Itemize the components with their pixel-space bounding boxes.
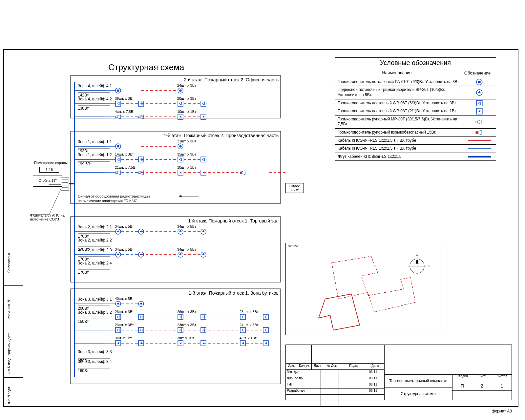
- svg-rect-49: [116, 116, 117, 117]
- svg-point-66: [117, 145, 119, 147]
- svg-text:3шт. х 1Вт: 3шт. х 1Вт: [115, 336, 132, 340]
- svg-text:170Вт: 170Вт: [78, 270, 89, 275]
- svg-text:10шт. х 1Вт: 10шт. х 1Вт: [177, 110, 196, 114]
- svg-text:Зона 3, шлейф 3.2: Зона 3, шлейф 3.2: [78, 310, 112, 315]
- svg-text:26шт. х 3Вт: 26шт. х 3Вт: [115, 310, 134, 314]
- svg-text:4шт. х 1Вт: 4шт. х 1Вт: [240, 336, 257, 340]
- svg-rect-172: [178, 327, 183, 333]
- svg-text:23шт. х 3Вт: 23шт. х 3Вт: [115, 323, 134, 327]
- tb-role: Дир. по пр.: [286, 376, 321, 382]
- guard-room-label: Помещение охраны: [30, 161, 72, 165]
- svg-rect-76: [116, 157, 121, 162]
- svg-rect-83: [201, 157, 206, 162]
- svg-rect-81: [178, 157, 183, 162]
- total-sheets: 1: [492, 381, 512, 390]
- rack-label: Стойка 19": [33, 176, 62, 187]
- svg-rect-161: [240, 314, 245, 320]
- svg-text:21шт. х 3Вт: 21шт. х 3Вт: [177, 139, 196, 143]
- svg-text:Сигнал от оборудования радиотр: Сигнал от оборудования радиотрансляции: [78, 194, 150, 198]
- minimap-label: СХЕМА: [288, 244, 298, 248]
- silo-label: Силос: [286, 184, 303, 188]
- svg-text:2-й этаж. Пожарный отсек 2. Оф: 2-й этаж. Пожарный отсек 2. Офисная част…: [184, 77, 279, 82]
- svg-text:3шт. х 1Вт: 3шт. х 1Вт: [177, 336, 194, 340]
- svg-text:Зона 2, шлейф 2.2: Зона 2, шлейф 2.2: [78, 238, 112, 242]
- svg-text:10шт. х 1Вт: 10шт. х 1Вт: [177, 165, 196, 169]
- silo-power: 15Вт: [286, 188, 303, 192]
- minimap-svg: С В: [286, 243, 440, 335]
- svg-text:34шт. х 5Вт: 34шт. х 5Вт: [177, 247, 196, 251]
- svg-rect-167: [116, 327, 121, 333]
- svg-text:Зона 1, шлейф 1.2: Зона 1, шлейф 1.2: [78, 153, 112, 157]
- svg-text:на включение оповещения ГО и Ч: на включение оповещения ГО и ЧС: [78, 199, 137, 203]
- tb-date: 06.11: [364, 388, 382, 394]
- svg-rect-43: [178, 101, 183, 106]
- svg-rect-89: [138, 172, 140, 173]
- svg-text:34шт. х 5Вт: 34шт. х 5Вт: [177, 224, 196, 228]
- svg-text:Зона 2, шлейф 2.1: Зона 2, шлейф 2.1: [78, 225, 112, 229]
- svg-text:С: С: [416, 253, 418, 256]
- project-name: Торгово-выставочный комплекс: [384, 374, 452, 388]
- svg-rect-156: [178, 314, 183, 320]
- svg-text:24шт. х 3Вт: 24шт. х 3Вт: [240, 323, 259, 327]
- svg-text:Зона 4, шлейф 4.2: Зона 4, шлейф 4.2: [78, 97, 112, 101]
- guard-range: 1-18: [39, 167, 59, 173]
- svg-text:Зона 2, шлейф 2.3: Зона 2, шлейф 2.3: [78, 248, 112, 252]
- svg-text:Зона 3, шлейф 3.4: Зона 3, шлейф 3.4: [78, 359, 112, 364]
- tb-col: Дата: [366, 364, 384, 369]
- svg-rect-45: [201, 101, 206, 106]
- svg-text:Зона 3, шлейф 3.1: Зона 3, шлейф 3.1: [78, 297, 112, 302]
- svg-text:150Вт: 150Вт: [78, 319, 89, 324]
- tb-date: 06.11: [364, 376, 382, 382]
- aps-note: 4 сигнала от АПС на включение СОУЗ: [30, 213, 70, 221]
- svg-text:26шт. х 3Вт: 26шт. х 3Вт: [177, 310, 196, 314]
- svg-text:21шт. х 7,5Вт: 21шт. х 7,5Вт: [115, 165, 137, 169]
- tb-role: Разработал: [286, 388, 321, 394]
- tb-role: Ген. дир.: [286, 370, 321, 376]
- svg-rect-151: [116, 314, 121, 320]
- svg-rect-163: [263, 314, 268, 320]
- svg-text:Зона 1, шлейф 1.1: Зона 1, шлейф 1.1: [78, 139, 112, 144]
- tb-col: Изм.: [286, 364, 297, 369]
- tb-role: ГИП: [286, 382, 321, 388]
- svg-text:199,5Вт: 199,5Вт: [78, 162, 92, 166]
- tb-col: № Док.: [323, 364, 341, 369]
- svg-text:23шт. х 3Вт: 23шт. х 3Вт: [177, 323, 196, 327]
- svg-line-16: [49, 189, 61, 215]
- svg-rect-177: [240, 327, 245, 333]
- svg-text:40шт. х 5Вт: 40шт. х 5Вт: [115, 297, 134, 301]
- svg-text:Зона 2, шлейф 2.4: Зона 2, шлейф 2.4: [78, 261, 112, 265]
- svg-text:34шт. х 5Вт: 34шт. х 5Вт: [115, 247, 134, 251]
- svg-text:В: В: [428, 264, 430, 268]
- tb-date: 06.11: [364, 370, 382, 376]
- site-minimap: СХЕМА С В: [285, 243, 440, 335]
- svg-text:35шт. х 3Вт: 35шт. х 3Вт: [177, 152, 196, 156]
- svg-point-69: [179, 145, 181, 147]
- format-label: формат А3: [492, 409, 512, 413]
- svg-text:Зона 3, шлейф 3.3: Зона 3, шлейф 3.3: [78, 349, 112, 354]
- tb-col: Подп.: [341, 364, 366, 369]
- svg-text:20шт. х 3Вт: 20шт. х 3Вт: [177, 96, 196, 100]
- svg-point-31: [179, 89, 181, 92]
- svg-text:28шт. х 3Вт: 28шт. х 3Вт: [240, 310, 259, 314]
- title-block: Изм.Кол.уч.Лист№ Док.Подп.ДатаГен. дир.0…: [285, 345, 512, 400]
- svg-text:Зона 4, шлейф 4.1: Зона 4, шлейф 4.1: [78, 84, 112, 88]
- svg-text:1-й этаж. Пожарный отсек 1. Зо: 1-й этаж. Пожарный отсек 1. Зона бутиков: [188, 290, 279, 296]
- svg-rect-87: [116, 172, 117, 173]
- svg-rect-97: [240, 172, 242, 173]
- svg-text:14шт. х 3Вт: 14шт. х 3Вт: [115, 152, 134, 156]
- svg-text:24шт. х 3Вт: 24шт. х 3Вт: [177, 83, 196, 87]
- sheet-title: Структурная схема: [384, 388, 452, 400]
- stage: П: [452, 381, 472, 390]
- svg-text:160Вт: 160Вт: [78, 368, 89, 373]
- svg-point-28: [117, 89, 119, 92]
- svg-text:138Вт: 138Вт: [78, 106, 89, 111]
- svg-text:1-й этаж. Пожарный отсек 1. То: 1-й этаж. Пожарный отсек 1. Торговый зал: [188, 218, 279, 223]
- svg-rect-179: [263, 327, 268, 333]
- svg-text:36шт. х 3Вт: 36шт. х 3Вт: [115, 96, 134, 100]
- tb-col: Лист: [312, 364, 323, 369]
- silo-box: Силос 15Вт: [285, 183, 304, 193]
- svg-rect-51: [138, 116, 140, 117]
- tb-col: Кол.уч.: [297, 364, 312, 369]
- svg-text:34шт. х 5Вт: 34шт. х 5Вт: [115, 224, 134, 228]
- svg-rect-38: [116, 101, 121, 106]
